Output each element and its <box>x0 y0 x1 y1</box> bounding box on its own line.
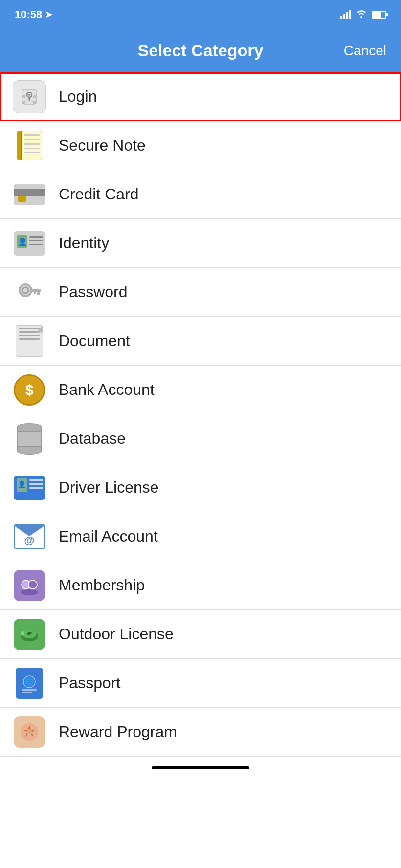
category-list: Login Secure Note Credit Card <box>0 72 401 757</box>
list-item[interactable]: Membership <box>0 561 401 610</box>
time-display: 10:58 <box>15 8 42 21</box>
membership-icon <box>12 568 47 603</box>
driver-license-icon <box>12 470 47 505</box>
list-item[interactable]: Identity <box>0 219 401 268</box>
list-item[interactable]: 🌐 Passport <box>0 659 401 708</box>
status-left: 10:58 ➤ <box>15 8 52 21</box>
list-item[interactable]: Database <box>0 414 401 463</box>
battery-icon <box>372 11 386 19</box>
status-bar: 10:58 ➤ <box>0 0 401 29</box>
category-label: Password <box>59 283 128 301</box>
status-right <box>340 9 386 21</box>
list-item[interactable]: $ Bank Account <box>0 366 401 414</box>
list-item[interactable]: Reward Program <box>0 708 401 757</box>
category-label: Bank Account <box>59 381 155 399</box>
category-label: Database <box>59 430 126 448</box>
category-label: Credit Card <box>59 185 139 203</box>
home-indicator <box>152 766 249 769</box>
signal-icon <box>340 10 351 19</box>
location-arrow-icon: ➤ <box>45 9 52 20</box>
svg-text:🌐: 🌐 <box>24 677 34 686</box>
list-item[interactable]: Outdoor License <box>0 610 401 659</box>
category-label: Email Account <box>59 527 158 545</box>
list-item[interactable]: Driver License <box>0 463 401 512</box>
category-label: Login <box>59 87 97 106</box>
svg-point-8 <box>20 284 31 296</box>
list-item[interactable]: Secure Note <box>0 121 401 170</box>
svg-rect-12 <box>34 292 36 294</box>
list-item[interactable]: Credit Card <box>0 170 401 219</box>
svg-rect-24 <box>22 692 32 693</box>
svg-point-26 <box>26 729 32 735</box>
list-item[interactable]: Login <box>0 72 401 121</box>
svg-point-5 <box>34 95 36 98</box>
page-title: Select Category <box>138 41 264 60</box>
database-icon <box>12 421 47 456</box>
category-label: Reward Program <box>59 723 177 741</box>
svg-rect-23 <box>22 689 37 691</box>
secure-note-icon <box>12 128 47 163</box>
svg-point-4 <box>23 95 25 98</box>
category-label: Secure Note <box>59 136 146 154</box>
list-item[interactable]: Document <box>0 317 401 366</box>
svg-point-15 <box>21 589 38 595</box>
bank-account-icon: $ <box>12 372 47 408</box>
identity-icon <box>12 226 47 261</box>
svg-point-18 <box>21 631 24 635</box>
category-label: Document <box>59 332 130 350</box>
category-label: Identity <box>59 234 109 252</box>
passport-icon: 🌐 <box>12 666 47 701</box>
reward-program-icon <box>12 715 47 750</box>
svg-point-7 <box>34 101 36 103</box>
email-account-icon: @ <box>12 519 47 554</box>
svg-point-14 <box>28 580 37 589</box>
category-label: Driver License <box>59 478 159 497</box>
navigation-bar: Select Category Cancel <box>0 29 401 72</box>
login-icon <box>12 79 47 114</box>
password-icon <box>12 275 47 310</box>
svg-rect-3 <box>29 97 30 101</box>
outdoor-license-icon <box>12 617 47 652</box>
cancel-button[interactable]: Cancel <box>344 43 386 59</box>
svg-point-2 <box>28 94 30 96</box>
credit-card-icon <box>12 177 47 212</box>
list-item[interactable]: @ Email Account <box>0 512 401 561</box>
list-item[interactable]: Password <box>0 268 401 317</box>
svg-point-6 <box>23 101 25 103</box>
category-label: Membership <box>59 576 145 594</box>
category-label: Passport <box>59 674 120 692</box>
category-label: Outdoor License <box>59 625 174 643</box>
svg-rect-11 <box>37 292 40 295</box>
wifi-icon <box>356 9 367 21</box>
document-icon <box>12 324 47 359</box>
svg-rect-10 <box>30 289 41 292</box>
